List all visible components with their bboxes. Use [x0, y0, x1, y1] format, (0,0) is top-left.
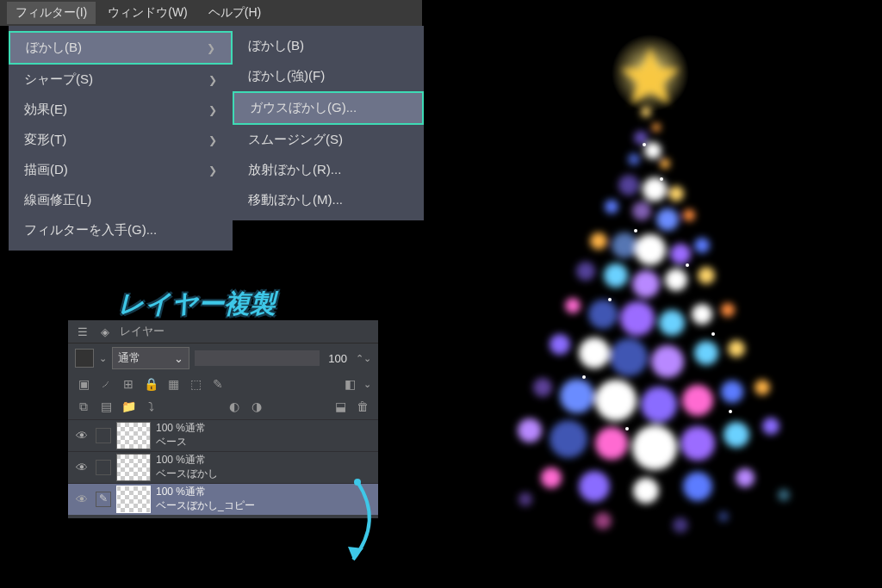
- svg-point-5: [634, 131, 648, 145]
- svg-point-13: [632, 201, 651, 220]
- submenu-item-gaussian[interactable]: ガウスぼかし(G)...: [233, 91, 424, 125]
- layer-toolbar-1: ▣ ⟋ ⊞ 🔒 ▦ ⬚ ✎ ◧ ⌄: [68, 373, 378, 395]
- lock-pixel-icon[interactable]: ▦: [165, 375, 182, 393]
- svg-point-12: [605, 200, 618, 214]
- lock-icon[interactable]: 🔒: [142, 375, 159, 393]
- layer-thumbnail: [116, 486, 151, 513]
- layer-row[interactable]: 👁 100 %通常 ベースぼかし: [68, 451, 378, 483]
- layer-opacity-label: 100 %通常: [156, 422, 206, 436]
- transfer-icon[interactable]: ⤵: [142, 398, 159, 415]
- apply-mask-icon[interactable]: ◑: [248, 398, 265, 415]
- draft-icon[interactable]: ✎: [209, 375, 227, 393]
- layer-tab-label: レイヤー: [120, 324, 165, 339]
- reference-icon[interactable]: ⬚: [187, 375, 204, 393]
- opacity-fill: [195, 350, 320, 366]
- svg-point-3: [641, 107, 651, 117]
- blend-mode-select[interactable]: 通常 ⌄: [112, 347, 189, 369]
- color-icon[interactable]: ◧: [341, 375, 358, 393]
- menu-item-sharp[interactable]: シャープ(S) ❯: [9, 65, 233, 95]
- filter-dropdown: ぼかし(B) ❯ シャープ(S) ❯ 効果(E) ❯ 変形(T) ❯ 描画(D)…: [9, 26, 233, 251]
- svg-point-51: [762, 418, 780, 435]
- layer-opacity-label: 100 %通常: [156, 454, 218, 467]
- chevron-right-icon: ❯: [208, 134, 217, 146]
- submenu-item-smoothing[interactable]: スムージング(S): [233, 125, 424, 155]
- ruler-icon[interactable]: ⟋: [97, 375, 115, 393]
- svg-point-61: [718, 511, 729, 522]
- eye-icon[interactable]: 👁: [73, 429, 90, 443]
- svg-point-8: [660, 158, 670, 169]
- svg-point-21: [576, 262, 595, 281]
- menu-item-label: 変形(T): [24, 132, 66, 148]
- svg-point-7: [628, 153, 640, 165]
- svg-point-16: [590, 232, 607, 250]
- frame-icon[interactable]: ⊞: [120, 375, 137, 393]
- new-folder-icon[interactable]: 📁: [120, 398, 137, 415]
- svg-point-11: [668, 186, 684, 201]
- chevron-down-icon[interactable]: ⌄: [99, 353, 107, 364]
- menu-help[interactable]: ヘルプ(H): [200, 2, 270, 24]
- delete-icon[interactable]: 🗑: [354, 398, 371, 415]
- svg-point-54: [633, 478, 659, 504]
- layer-thumbnail: [116, 422, 151, 449]
- menu-item-transform[interactable]: 変形(T) ❯: [9, 125, 233, 155]
- svg-point-27: [588, 300, 618, 329]
- svg-point-4: [652, 123, 661, 132]
- panel-toggle[interactable]: [75, 349, 94, 368]
- chevron-down-icon[interactable]: ⌄: [363, 379, 371, 390]
- svg-point-36: [694, 341, 718, 365]
- chevron-updown-icon[interactable]: ⌃⌄: [356, 353, 371, 364]
- indicator-box[interactable]: [96, 428, 111, 443]
- layer-name: ベースぼかし_コピー: [156, 499, 255, 513]
- menu-item-get-filter[interactable]: フィルターを入手(G)...: [9, 215, 233, 245]
- tree-illustration: [431, 17, 870, 568]
- svg-point-48: [632, 425, 677, 470]
- svg-point-68: [582, 375, 586, 379]
- blend-mode-value: 通常: [118, 350, 140, 366]
- svg-point-69: [729, 410, 732, 413]
- new-group-icon[interactable]: ▤: [97, 398, 115, 415]
- menu-item-label: ぼかし(B): [26, 40, 82, 56]
- svg-point-52: [541, 467, 562, 488]
- svg-point-2: [612, 34, 689, 112]
- submenu-item-blur-strong[interactable]: ぼかし(強)(F): [233, 61, 424, 91]
- layer-panel-header: ☰ ◈ レイヤー: [68, 320, 378, 344]
- eye-icon[interactable]: 👁: [73, 492, 90, 506]
- svg-point-41: [641, 387, 677, 423]
- menu-item-draw[interactable]: 描画(D) ❯: [9, 155, 233, 185]
- chevron-right-icon: ❯: [207, 42, 215, 54]
- svg-point-66: [608, 298, 612, 301]
- mask-icon[interactable]: ◐: [226, 398, 243, 415]
- clip-icon[interactable]: ▣: [75, 375, 92, 393]
- submenu-item-radial[interactable]: 放射ぼかし(R)...: [233, 155, 424, 185]
- svg-point-45: [518, 418, 542, 443]
- menu-item-effect[interactable]: 効果(E) ❯: [9, 95, 233, 125]
- layers-icon[interactable]: ◈: [97, 324, 113, 339]
- menu-window[interactable]: ウィンドウ(W): [99, 2, 196, 24]
- layer-row[interactable]: 👁 100 %通常 ベースぼかし_コピー: [68, 483, 378, 515]
- menu-item-label: 線画修正(L): [24, 192, 91, 208]
- svg-point-26: [565, 298, 581, 313]
- eye-icon[interactable]: 👁: [73, 461, 90, 474]
- submenu-item-blur[interactable]: ぼかし(B): [233, 31, 424, 61]
- menu-filter[interactable]: フィルター(I): [7, 2, 96, 24]
- svg-point-30: [692, 304, 712, 325]
- edit-indicator-icon[interactable]: [96, 492, 111, 507]
- svg-point-29: [659, 310, 685, 336]
- menu-item-line[interactable]: 線画修正(L): [9, 185, 233, 215]
- merge-icon[interactable]: ⬓: [332, 398, 349, 415]
- svg-point-28: [620, 301, 655, 336]
- svg-point-65: [686, 263, 689, 267]
- svg-point-64: [634, 229, 637, 232]
- layer-name: ベース: [156, 436, 206, 449]
- indicator-box[interactable]: [96, 460, 111, 475]
- submenu-item-motion[interactable]: 移動ぼかし(M)...: [233, 185, 424, 215]
- new-layer-icon[interactable]: ⧉: [75, 398, 92, 415]
- menubar: フィルター(I) ウィンドウ(W) ヘルプ(H): [0, 0, 422, 26]
- opacity-slider[interactable]: [195, 350, 320, 366]
- opacity-value: 100: [325, 352, 351, 365]
- menu-item-blur[interactable]: ぼかし(B) ❯: [9, 31, 233, 65]
- hamburger-icon[interactable]: ☰: [75, 324, 90, 339]
- layer-row[interactable]: 👁 100 %通常 ベース: [68, 419, 378, 451]
- layer-toolbar-2: ⧉ ▤ 📁 ⤵ ◐ ◑ ⬓ 🗑: [68, 395, 378, 418]
- layers-list: 👁 100 %通常 ベース 👁 100 %通常 ベースぼかし 👁 100 %通常: [68, 418, 378, 515]
